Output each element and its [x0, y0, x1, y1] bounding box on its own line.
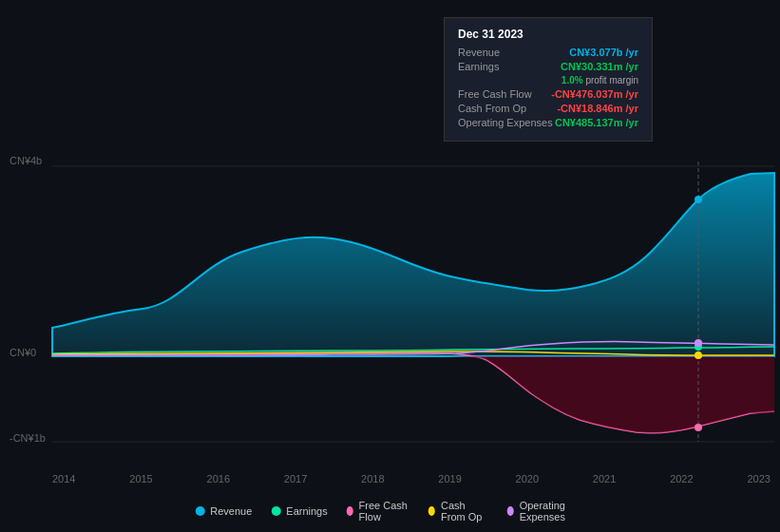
x-axis-labels: 2014 2015 2016 2017 2018 2019 2020 2021 …: [52, 473, 770, 484]
tooltip-row-fcf: Free Cash Flow -CN¥476.037m /yr: [458, 88, 638, 100]
legend-label-cashop: Cash From Op: [441, 500, 488, 522]
tooltip-date: Dec 31 2023: [458, 28, 638, 41]
earnings-label: Earnings: [458, 61, 499, 72]
profit-margin: 1.0% profit margin: [458, 75, 638, 86]
revenue-label: Revenue: [458, 47, 500, 58]
x-label-2015: 2015: [129, 473, 152, 484]
legend-cashop[interactable]: Cash From Op: [428, 500, 488, 522]
legend-fcf[interactable]: Free Cash Flow: [347, 500, 409, 522]
legend-dot-opex: [507, 506, 514, 516]
x-label-2017: 2017: [284, 473, 307, 484]
revenue-value: CN¥3.077b /yr: [569, 47, 638, 58]
legend-dot-cashop: [428, 506, 435, 516]
x-label-2018: 2018: [361, 473, 384, 484]
x-label-2021: 2021: [593, 473, 616, 484]
legend-opex[interactable]: Operating Expenses: [507, 500, 585, 522]
chart-svg: [0, 0, 780, 484]
legend-label-revenue: Revenue: [210, 505, 252, 517]
legend-earnings[interactable]: Earnings: [271, 505, 327, 517]
opex-value: CN¥485.137m /yr: [555, 117, 638, 128]
cashop-label: Cash From Op: [458, 103, 526, 114]
svg-point-4: [694, 196, 702, 203]
tooltip-row-revenue: Revenue CN¥3.077b /yr: [458, 47, 638, 58]
legend-label-earnings: Earnings: [286, 505, 327, 517]
fcf-value: -CN¥476.037m /yr: [551, 88, 638, 100]
tooltip-row-cashop: Cash From Op -CN¥18.846m /yr: [458, 103, 638, 114]
x-label-2022: 2022: [670, 473, 693, 484]
opex-label: Operating Expenses: [458, 117, 553, 128]
earnings-value: CN¥30.331m /yr: [561, 61, 638, 72]
cashop-value: -CN¥18.846m /yr: [557, 103, 638, 114]
legend-dot-revenue: [195, 506, 204, 516]
svg-point-7: [694, 352, 702, 359]
x-label-2014: 2014: [52, 473, 75, 484]
tooltip-row-opex: Operating Expenses CN¥485.137m /yr: [458, 117, 638, 128]
svg-point-6: [694, 424, 702, 431]
legend-label-fcf: Free Cash Flow: [359, 500, 410, 522]
svg-point-8: [694, 339, 702, 347]
legend-label-opex: Operating Expenses: [520, 500, 585, 522]
legend-dot-earnings: [271, 506, 280, 516]
x-label-2019: 2019: [438, 473, 461, 484]
x-label-2020: 2020: [516, 473, 539, 484]
tooltip-card: Dec 31 2023 Revenue CN¥3.077b /yr Earnin…: [444, 17, 653, 142]
x-label-2023: 2023: [747, 473, 770, 484]
x-label-2016: 2016: [207, 473, 230, 484]
legend-revenue[interactable]: Revenue: [195, 505, 252, 517]
legend-dot-fcf: [347, 506, 353, 516]
tooltip-row-earnings: Earnings CN¥30.331m /yr: [458, 61, 638, 72]
fcf-label: Free Cash Flow: [458, 88, 532, 100]
chart-legend: Revenue Earnings Free Cash Flow Cash Fro…: [195, 500, 585, 522]
